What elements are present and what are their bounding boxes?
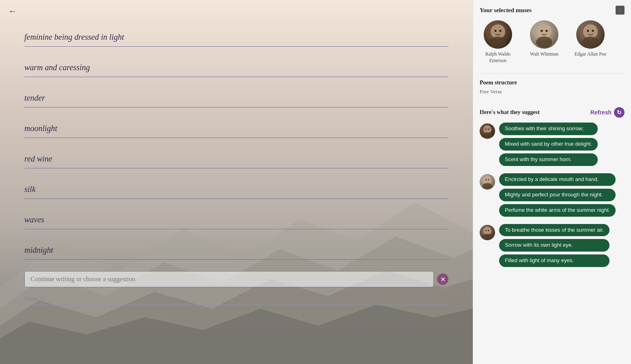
panel-header: Your selected muses : — [480, 6, 625, 15]
muse-avatar — [576, 20, 605, 49]
suggestion-group: To breathe those kisses of the summer ai… — [480, 224, 625, 267]
verse-line-text: silk — [24, 185, 448, 196]
verse-line: midnight — [24, 246, 448, 260]
svg-point-21 — [482, 183, 492, 190]
verse-line-text: feminine being dressed in light — [24, 32, 448, 44]
panel-title: Your selected muses — [480, 7, 532, 14]
refresh-button[interactable]: Refresh ↻ — [590, 107, 625, 118]
svg-point-7 — [500, 30, 502, 32]
suggestions-title: Here's what they suggest — [480, 109, 540, 116]
suggestion-pill[interactable]: Mixed with sand by other true delight. — [499, 138, 598, 151]
svg-point-5 — [490, 37, 506, 48]
verse-line: silk — [24, 185, 448, 199]
suggestion-pill[interactable]: Soothes with their shining sorrow; — [499, 123, 598, 135]
refresh-label: Refresh — [590, 109, 612, 116]
svg-point-19 — [488, 129, 489, 130]
verse-lines: feminine being dressed in lightwarm and … — [24, 32, 448, 264]
suggestion-pill[interactable]: Encircled by a delicate mouth and hand. — [499, 173, 616, 186]
svg-point-17 — [482, 132, 492, 139]
refresh-icon: ↻ — [614, 107, 625, 118]
input-row: ✕ — [24, 271, 448, 287]
muse-item[interactable]: Edgar Allan Poe — [572, 20, 609, 64]
suggestion-avatar — [480, 225, 495, 240]
suggestion-group: Soothes with their shining sorrow;Mixed … — [480, 123, 625, 166]
suggestion-avatar — [480, 174, 495, 190]
verse-line-text: midnight — [24, 246, 448, 257]
muse-avatar — [530, 20, 558, 49]
poem-structure-title: Poem structure — [480, 80, 625, 86]
right-panel: Your selected muses : Ralph Waldo Emerso… — [473, 0, 631, 364]
poem-structure-section: Poem structure Free Verse — [480, 80, 625, 101]
svg-point-27 — [488, 230, 489, 231]
muse-avatar — [484, 20, 512, 49]
suggestion-group: Encircled by a delicate mouth and hand.M… — [480, 173, 625, 217]
svg-point-18 — [486, 129, 487, 130]
suggestion-groups: Soothes with their shining sorrow;Mixed … — [480, 123, 625, 274]
verse-line: moonlight — [24, 124, 448, 138]
svg-point-15 — [592, 30, 594, 32]
svg-point-10 — [541, 30, 543, 32]
svg-point-11 — [546, 30, 548, 32]
muse-item[interactable]: Walt Whitman — [526, 20, 562, 64]
svg-point-9 — [536, 37, 552, 48]
suggestion-pills: Soothes with their shining sorrow;Mixed … — [499, 123, 598, 166]
verse-line: waves — [24, 215, 448, 229]
left-panel: ← feminine being dressed in lightwarm an… — [0, 0, 473, 364]
svg-point-14 — [587, 30, 589, 32]
muse-name: Ralph Waldo Emerson — [480, 51, 516, 64]
svg-point-23 — [488, 179, 489, 180]
verse-line-text: red wine — [24, 154, 448, 166]
suggestions-header: Here's what they suggest Refresh ↻ — [480, 107, 625, 118]
muse-name: Walt Whitman — [530, 51, 558, 58]
suggestion-avatar — [480, 123, 495, 139]
suggestion-pill[interactable]: Sorrow with its own light eye. — [499, 239, 609, 252]
suggestion-pill[interactable]: Scent with thy summer horn. — [499, 153, 598, 166]
suggestion-pills: Encircled by a delicate mouth and hand.M… — [499, 173, 616, 217]
verse-line: tender — [24, 93, 448, 108]
verse-line: feminine being dressed in light — [24, 32, 448, 47]
verse-line-text: tender — [24, 93, 448, 105]
verse-line: red wine — [24, 154, 448, 168]
muse-item[interactable]: Ralph Waldo Emerson — [480, 20, 516, 64]
divider — [480, 73, 625, 74]
writing-input[interactable] — [24, 271, 434, 287]
info-button[interactable]: : — [616, 6, 625, 15]
svg-point-22 — [486, 179, 487, 180]
svg-point-25 — [482, 234, 492, 240]
verse-line-text: warm and caressing — [24, 63, 448, 74]
verse-line-text: waves — [24, 215, 448, 226]
suggestion-pill[interactable]: Perfume the white arms of the summer nig… — [499, 204, 616, 217]
clear-button[interactable]: ✕ — [437, 274, 448, 285]
suggestion-pills: To breathe those kisses of the summer ai… — [499, 224, 609, 267]
back-button[interactable]: ← — [8, 6, 17, 17]
verse-line-text: moonlight — [24, 124, 448, 135]
muses-row: Ralph Waldo Emerson Walt Whitman Edgar A… — [480, 20, 625, 64]
suggestion-pill[interactable]: Filled with light of many eyes. — [499, 254, 609, 267]
verse-line: warm and caressing — [24, 63, 448, 77]
suggestion-pill[interactable]: Mighty and perfect pour through the nigh… — [499, 189, 616, 201]
svg-point-13 — [582, 37, 599, 48]
poem-structure-value: Free Verse — [480, 88, 625, 95]
svg-point-26 — [486, 230, 487, 231]
verse-label: Verse 10 — [24, 295, 448, 305]
suggestion-pill[interactable]: To breathe those kisses of the summer ai… — [499, 224, 609, 237]
svg-point-6 — [495, 30, 497, 32]
muse-name: Edgar Allan Poe — [575, 51, 607, 58]
